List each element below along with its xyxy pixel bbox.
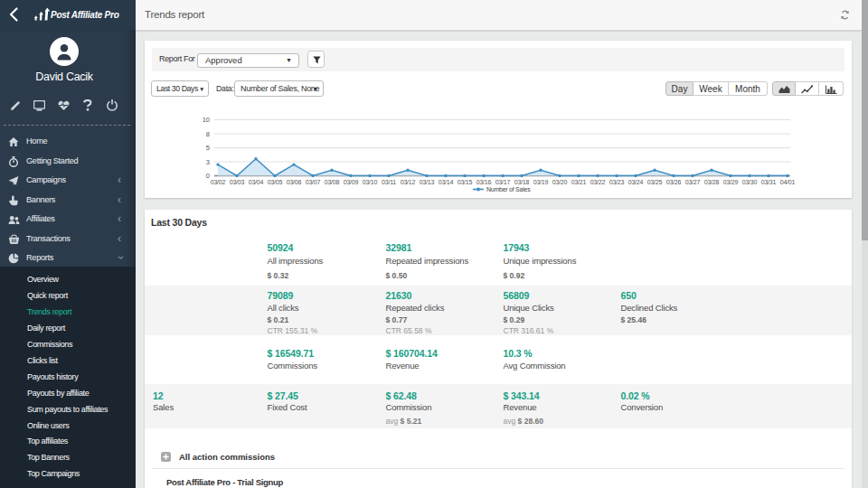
svg-text:03/21: 03/21 <box>571 179 587 185</box>
svg-text:3: 3 <box>206 158 210 166</box>
svg-text:03/19: 03/19 <box>533 179 549 185</box>
svg-text:03/22: 03/22 <box>590 179 606 185</box>
svg-text:03/12: 03/12 <box>401 179 416 185</box>
svg-text:03/24: 03/24 <box>628 179 644 185</box>
svg-text:03/03: 03/03 <box>230 179 245 185</box>
svg-text:10: 10 <box>203 116 210 124</box>
svg-text:03/31: 03/31 <box>761 179 777 185</box>
svg-text:8: 8 <box>206 130 210 138</box>
svg-text:03/29: 03/29 <box>723 179 739 185</box>
svg-text:04/01: 04/01 <box>780 179 796 185</box>
svg-text:03/02: 03/02 <box>211 179 226 185</box>
svg-text:03/20: 03/20 <box>552 179 568 185</box>
svg-text:03/17: 03/17 <box>495 179 511 185</box>
svg-text:03/28: 03/28 <box>704 179 720 185</box>
svg-text:Number of Sales: Number of Sales <box>486 186 531 192</box>
svg-text:03/26: 03/26 <box>666 179 682 185</box>
svg-text:03/23: 03/23 <box>609 179 625 185</box>
svg-text:0: 0 <box>206 172 210 180</box>
svg-text:03/14: 03/14 <box>439 179 454 185</box>
svg-text:03/16: 03/16 <box>476 179 492 185</box>
svg-text:5: 5 <box>206 144 210 152</box>
svg-text:03/13: 03/13 <box>420 179 435 185</box>
svg-text:03/05: 03/05 <box>268 179 283 185</box>
svg-text:03/18: 03/18 <box>514 179 530 185</box>
svg-text:03/07: 03/07 <box>306 179 321 185</box>
svg-text:03/11: 03/11 <box>382 179 396 185</box>
svg-text:03/09: 03/09 <box>344 179 359 185</box>
svg-text:03/27: 03/27 <box>685 179 701 185</box>
svg-text:03/15: 03/15 <box>458 179 473 185</box>
svg-text:03/04: 03/04 <box>249 179 264 185</box>
svg-text:03/06: 03/06 <box>287 179 302 185</box>
svg-text:03/10: 03/10 <box>363 179 378 185</box>
svg-text:03/08: 03/08 <box>325 179 340 185</box>
svg-text:03/25: 03/25 <box>647 179 663 185</box>
svg-text:03/30: 03/30 <box>742 179 758 185</box>
